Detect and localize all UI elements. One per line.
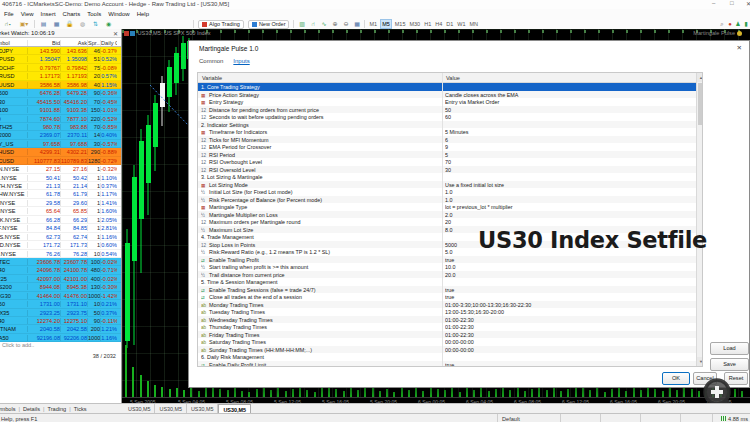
input-row[interactable]: 12Distance for pending orders from curre… — [198, 106, 696, 114]
menu-view[interactable]: View — [17, 11, 37, 17]
terminal-icon[interactable]: ◍ — [76, 20, 89, 29]
input-value[interactable]: 50 — [445, 107, 693, 113]
dialog-tab-inputs[interactable]: Inputs — [233, 58, 249, 64]
input-value[interactable]: 5 Minutes — [445, 129, 693, 135]
market-watch-row-MEX35[interactable]: MEX352923.252923.75500.37% — [0, 309, 121, 317]
input-row[interactable]: 12RSI Overbought Level70 — [198, 158, 696, 166]
input-value[interactable]: true — [445, 362, 693, 368]
column-daily-change[interactable]: Daily C... — [100, 40, 117, 46]
input-row[interactable]: abSaturday Trading Times00:00-00:00 — [198, 338, 696, 346]
input-row[interactable]: 12RSI Period5 — [198, 151, 696, 159]
input-value[interactable]: 20.0 — [445, 272, 693, 278]
market-watch-row-DE40[interactable]: DE4024096.7824100.78480-0.71% — [0, 266, 121, 274]
input-row[interactable]: ▦Timeframe for Indicators5 Minutes — [198, 128, 696, 136]
market-watch-row-AUS200[interactable]: AUS2008944.088945.38130-0.30% — [0, 283, 121, 291]
input-value[interactable]: 70 — [445, 159, 693, 165]
input-row[interactable]: abFriday Trading Times01:00-22:30 — [198, 331, 696, 339]
market-watch-row-UK100[interactable]: UK1009101.889103.38150-1.01% — [0, 106, 121, 114]
market-watch-row-SING30[interactable]: SING3041464.0041476.001000-1.42% — [0, 292, 121, 300]
ok-button[interactable]: OK — [662, 372, 690, 385]
market-watch-row-SA40[interactable]: SA4012274.2012275.1090-0.11% — [0, 317, 121, 325]
timeframe-h1[interactable]: H1 — [423, 20, 433, 28]
market-watch-row-USDJPY[interactable]: USDJPY143.590143.63646-0.37% — [0, 47, 121, 55]
input-row[interactable]: ½Risk Percentage of Balance (for Percent… — [198, 196, 696, 204]
menu-charts[interactable]: Charts — [59, 11, 84, 17]
market-watch-row-GBPUSD[interactable]: GBPUSD1.350471.35098510.52% — [0, 55, 121, 63]
input-row[interactable]: 12Maximum orders per Martingale round20 — [198, 218, 696, 226]
input-value[interactable]: 6 — [445, 137, 693, 143]
input-row[interactable]: abMonday Trading Times01:00-3:30;10:00-1… — [198, 301, 696, 309]
data-window-icon[interactable]: ▦ — [50, 20, 63, 29]
input-value[interactable]: 9 — [445, 144, 693, 150]
input-row[interactable]: 12Seconds to wait before updating pendin… — [198, 113, 696, 121]
line-chart-icon[interactable]: ∿ — [318, 20, 329, 29]
column-ask[interactable]: Ask — [60, 40, 87, 46]
market-watch-row-VIETNAM[interactable]: VIETNAM2040.582042.582001.21% — [0, 325, 121, 333]
table-scrollbar[interactable]: ▲ ▼ — [696, 73, 703, 366]
input-value[interactable]: 00:00-00:00 — [445, 347, 693, 353]
input-row[interactable]: ½Martingale Multiplier on Loss2.0 — [198, 211, 696, 219]
market-watch-row-PATH.NYSE[interactable]: PATH.NYSE21.1321.1410.37% — [0, 182, 121, 190]
input-value[interactable]: 1.0 — [445, 197, 693, 203]
input-row[interactable]: 1. Core Trading Strategy — [198, 83, 696, 91]
zoom-out-icon[interactable]: ⊖ — [340, 20, 351, 29]
mw-tab-trading[interactable]: Trading — [44, 406, 69, 412]
dialog-tab-common[interactable]: Common — [199, 58, 223, 64]
market-watch-row-BK.NYSE[interactable]: BK.NYSE29.5829.6011.41% — [0, 199, 121, 207]
input-value[interactable]: true — [445, 287, 693, 293]
column-spread[interactable]: Spr... — [87, 40, 100, 46]
dialog-close-icon[interactable]: ✕ — [737, 44, 742, 52]
scroll-up-icon[interactable]: ▲ — [697, 73, 703, 82]
new-chart-icon[interactable]: ⑁▾ — [0, 20, 16, 29]
market-watch-row-USDCHF[interactable]: USDCHF0.797670.7984275-0.08% — [0, 64, 121, 72]
input-value[interactable]: Candle closes across the EMA — [445, 92, 693, 98]
input-value[interactable]: 01:00-22:30 — [445, 317, 693, 323]
bar-chart-icon[interactable]: ▥ — [296, 20, 307, 29]
menu-window[interactable]: Window — [104, 11, 132, 17]
market-watch-row-EURUSD[interactable]: EURUSD1.171731.17193200.57% — [0, 72, 121, 80]
input-value[interactable]: 01:00-22:30 — [445, 332, 693, 338]
column-symbol[interactable]: Symbol — [0, 40, 27, 46]
menu-file[interactable]: File — [0, 11, 17, 17]
column-bid[interactable]: Bid — [27, 40, 60, 46]
tile-windows-icon[interactable]: ▦ — [351, 20, 362, 29]
search-icon[interactable]: ⌕ — [718, 20, 726, 29]
input-row[interactable]: abWednesday Trading Times01:00-22:30 — [198, 316, 696, 324]
input-row[interactable]: 5. Time & Session Management — [198, 278, 696, 286]
input-row[interactable]: 6. Daily Risk Management — [198, 353, 696, 361]
market-watch-row-SAN.NYSE[interactable]: SAN.NYSE27.1527.161-0.32% — [0, 165, 121, 173]
input-row[interactable]: 12Ticks for MFI Momentum6 — [198, 136, 696, 144]
input-value[interactable]: true — [445, 294, 693, 300]
load-button[interactable]: Load — [710, 342, 749, 355]
input-row[interactable]: ½Trail distance from current price20.0 — [198, 271, 696, 279]
input-value[interactable]: 01:00-3:30;10:00-13:30;16:30-22:30 — [445, 302, 693, 308]
input-value[interactable]: true — [445, 257, 693, 263]
strategy-tester-icon[interactable]: ◉ — [102, 20, 115, 29]
timeframe-mn[interactable]: MN — [468, 20, 480, 28]
input-row[interactable]: ▦Price Action StrategyCandle closes acro… — [198, 91, 696, 99]
input-value[interactable]: 1.0 — [445, 189, 693, 195]
input-row[interactable]: 12EMA Period for Crossover9 — [198, 143, 696, 151]
market-watch-row-MRK.NYSE[interactable]: MRK.NYSE66.2866.2912.05% — [0, 216, 121, 224]
market-watch-row-XAUUSD[interactable]: XAUUSD3586.583586.98401.15% — [0, 81, 121, 89]
input-row[interactable]: abThursday Trading Times01:00-22:30 — [198, 323, 696, 331]
market-watch-row-KO.NYSE[interactable]: KO.NYSE76.2676.28100.54% — [0, 250, 121, 258]
input-row[interactable]: ⇄Close all trades at the end of a sessio… — [198, 293, 696, 301]
click-to-add-row[interactable]: Click to add.. — [0, 342, 121, 350]
market-watch-row-SU.NYSE[interactable]: SU.NYSE65.6465.8511.60% — [0, 207, 121, 215]
menu-insert[interactable]: Insert — [37, 11, 59, 17]
menu-tools[interactable]: Tools — [83, 11, 104, 17]
input-row[interactable]: ▦Martingale Typelot = previous_lot * mul… — [198, 203, 696, 211]
market-watch-row-MCD.NYSE[interactable]: MCD.NYSE171.72171.7310.60% — [0, 241, 121, 249]
market-watch-row-BTCUSD[interactable]: BTCUSD110777.83110789.831280-0.72% — [0, 157, 121, 165]
input-value[interactable]: 2.0 — [445, 212, 693, 218]
market-watch-row-US2000[interactable]: US20002369.072370.11140.40% — [0, 131, 121, 139]
timeframe-h4[interactable]: H4 — [434, 20, 444, 28]
input-row[interactable]: 2. Indicator Settings — [198, 121, 696, 129]
market-watch-row-US30[interactable]: US3045415.5045416.2070-0.45% — [0, 98, 121, 106]
input-row[interactable]: 12RSI Oversold Level30 — [198, 166, 696, 174]
market-watch-row-SCHW.NYSE[interactable]: SCHW.NYSE61.7861.7911.17% — [0, 190, 121, 198]
input-row[interactable]: ▦Lot Sizing ModeUse a fixed initial lot … — [198, 181, 696, 189]
market-watch-row-BRA50[interactable]: BRA5092196.0892206.0810001.16% — [0, 334, 121, 342]
input-row[interactable]: ½Start trailing when profit is >= this a… — [198, 263, 696, 271]
